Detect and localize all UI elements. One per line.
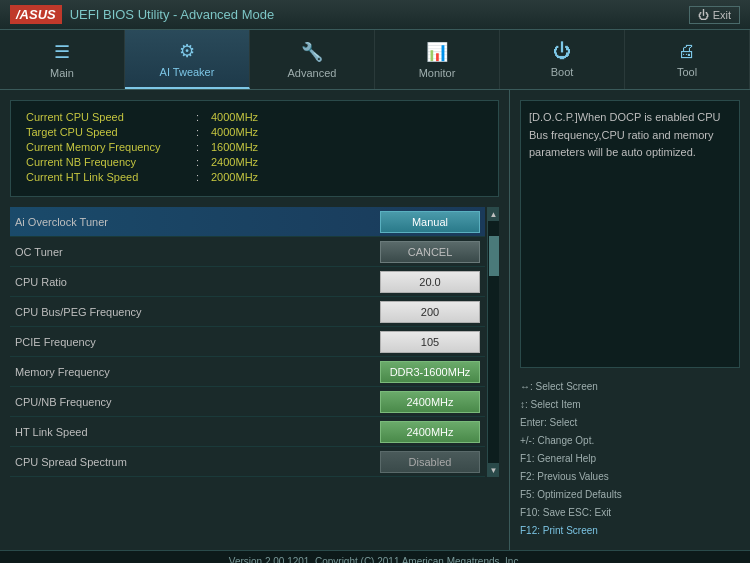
shortcut-key: F12: Print Screen — [520, 522, 598, 540]
setting-value[interactable]: 2400MHz — [380, 391, 480, 413]
tab-icon-main: ☰ — [54, 41, 70, 63]
shortcut-key: F10: Save ESC: Exit — [520, 504, 611, 522]
shortcut-key: +/-: Change Opt. — [520, 432, 594, 450]
stat-row: Current CPU Speed:4000MHz — [26, 111, 483, 123]
stat-colon: : — [196, 141, 211, 153]
stat-colon: : — [196, 171, 211, 183]
setting-value[interactable]: 20.0 — [380, 271, 480, 293]
setting-name: PCIE Frequency — [15, 336, 380, 348]
setting-row: OC TunerCANCEL — [10, 237, 485, 267]
shortcut-key: Enter: Select — [520, 414, 577, 432]
stat-row: Current HT Link Speed:2000MHz — [26, 171, 483, 183]
shortcut-item: F12: Print Screen — [520, 522, 740, 540]
tab-label-tool: Tool — [677, 66, 697, 78]
stat-colon: : — [196, 156, 211, 168]
header: /ASUS UEFI BIOS Utility - Advanced Mode … — [0, 0, 750, 30]
setting-row: HT Link Speed2400MHz — [10, 417, 485, 447]
right-panel: [D.O.C.P.]When DOCP is enabled CPU Bus f… — [510, 90, 750, 550]
shortcut-item: F1: General Help — [520, 450, 740, 468]
stat-label: Current CPU Speed — [26, 111, 196, 123]
setting-name: Memory Frequency — [15, 366, 380, 378]
shortcut-key: F2: Previous Values — [520, 468, 609, 486]
setting-name: HT Link Speed — [15, 426, 380, 438]
setting-value[interactable]: DDR3-1600MHz — [380, 361, 480, 383]
scrollbar[interactable]: ▲ ▼ — [487, 207, 499, 477]
tab-label-boot: Boot — [551, 66, 574, 78]
stat-value: 2400MHz — [211, 156, 258, 168]
help-text: [D.O.C.P.]When DOCP is enabled CPU Bus f… — [520, 100, 740, 368]
shortcut-item: +/-: Change Opt. — [520, 432, 740, 450]
setting-row: CPU/NB Frequency2400MHz — [10, 387, 485, 417]
stats-section: Current CPU Speed:4000MHzTarget CPU Spee… — [10, 100, 499, 197]
setting-value[interactable]: 105 — [380, 331, 480, 353]
setting-name: CPU Ratio — [15, 276, 380, 288]
scroll-down-arrow[interactable]: ▼ — [488, 463, 499, 477]
tab-icon-monitor: 📊 — [426, 41, 448, 63]
left-panel: Current CPU Speed:4000MHzTarget CPU Spee… — [0, 90, 510, 550]
shortcut-item: F2: Previous Values — [520, 468, 740, 486]
setting-name: CPU Bus/PEG Frequency — [15, 306, 380, 318]
nav-tab-boot[interactable]: ⏻Boot — [500, 30, 625, 89]
stat-label: Current HT Link Speed — [26, 171, 196, 183]
stat-label: Current NB Frequency — [26, 156, 196, 168]
setting-value[interactable]: 200 — [380, 301, 480, 323]
tab-label-ai-tweaker: AI Tweaker — [160, 66, 215, 78]
stat-label: Current Memory Frequency — [26, 141, 196, 153]
settings-list: Ai Overclock TunerManualOC TunerCANCELCP… — [10, 207, 499, 477]
exit-icon: ⏻ — [698, 9, 709, 21]
setting-value[interactable]: Manual — [380, 211, 480, 233]
shortcut-list: ↔: Select Screen↕: Select ItemEnter: Sel… — [520, 378, 740, 540]
setting-name: Ai Overclock Tuner — [15, 216, 380, 228]
main-content: Current CPU Speed:4000MHzTarget CPU Spee… — [0, 90, 750, 550]
setting-name: CPU/NB Frequency — [15, 396, 380, 408]
setting-row: Ai Overclock TunerManual — [10, 207, 485, 237]
tab-label-monitor: Monitor — [419, 67, 456, 79]
shortcut-key: F5: Optimized Defaults — [520, 486, 622, 504]
nav-tabs: ☰Main⚙AI Tweaker🔧Advanced📊Monitor⏻Boot🖨T… — [0, 30, 750, 90]
exit-label: Exit — [713, 9, 731, 21]
setting-row: CPU Bus/PEG Frequency200 — [10, 297, 485, 327]
nav-tab-tool[interactable]: 🖨Tool — [625, 30, 750, 89]
tab-label-main: Main — [50, 67, 74, 79]
shortcut-key: ↕: Select Item — [520, 396, 581, 414]
nav-tab-ai-tweaker[interactable]: ⚙AI Tweaker — [125, 30, 250, 89]
stat-colon: : — [196, 126, 211, 138]
setting-value[interactable]: CANCEL — [380, 241, 480, 263]
stat-value: 4000MHz — [211, 111, 258, 123]
nav-tab-monitor[interactable]: 📊Monitor — [375, 30, 500, 89]
stat-row: Current NB Frequency:2400MHz — [26, 156, 483, 168]
footer-text: Version 2.00.1201. Copyright (C) 2011 Am… — [229, 556, 521, 563]
shortcut-key: F1: General Help — [520, 450, 596, 468]
shortcut-item: ↔: Select Screen — [520, 378, 740, 396]
setting-value[interactable]: 2400MHz — [380, 421, 480, 443]
scrollbar-thumb[interactable] — [489, 236, 499, 276]
tab-icon-ai-tweaker: ⚙ — [179, 40, 195, 62]
stat-row: Target CPU Speed:4000MHz — [26, 126, 483, 138]
scroll-up-arrow[interactable]: ▲ — [488, 207, 499, 221]
asus-logo: /ASUS — [10, 5, 62, 24]
setting-row: CPU Spread SpectrumDisabled — [10, 447, 485, 477]
stat-value: 1600MHz — [211, 141, 258, 153]
header-logo: /ASUS UEFI BIOS Utility - Advanced Mode — [10, 5, 274, 24]
stat-colon: : — [196, 111, 211, 123]
exit-button[interactable]: ⏻ Exit — [689, 6, 740, 24]
shortcut-item: Enter: Select — [520, 414, 740, 432]
setting-row: CPU Ratio20.0 — [10, 267, 485, 297]
tab-icon-boot: ⏻ — [553, 41, 571, 62]
shortcut-item: F10: Save ESC: Exit — [520, 504, 740, 522]
setting-value[interactable]: Disabled — [380, 451, 480, 473]
tab-icon-tool: 🖨 — [678, 41, 696, 62]
stat-row: Current Memory Frequency:1600MHz — [26, 141, 483, 153]
setting-name: OC Tuner — [15, 246, 380, 258]
bios-title: UEFI BIOS Utility - Advanced Mode — [70, 7, 274, 22]
stat-label: Target CPU Speed — [26, 126, 196, 138]
tab-icon-advanced: 🔧 — [301, 41, 323, 63]
nav-tab-main[interactable]: ☰Main — [0, 30, 125, 89]
setting-row: Memory FrequencyDDR3-1600MHz — [10, 357, 485, 387]
stat-value: 4000MHz — [211, 126, 258, 138]
nav-tab-advanced[interactable]: 🔧Advanced — [250, 30, 375, 89]
stat-value: 2000MHz — [211, 171, 258, 183]
shortcut-key: ↔: Select Screen — [520, 378, 598, 396]
setting-name: CPU Spread Spectrum — [15, 456, 380, 468]
tab-label-advanced: Advanced — [288, 67, 337, 79]
